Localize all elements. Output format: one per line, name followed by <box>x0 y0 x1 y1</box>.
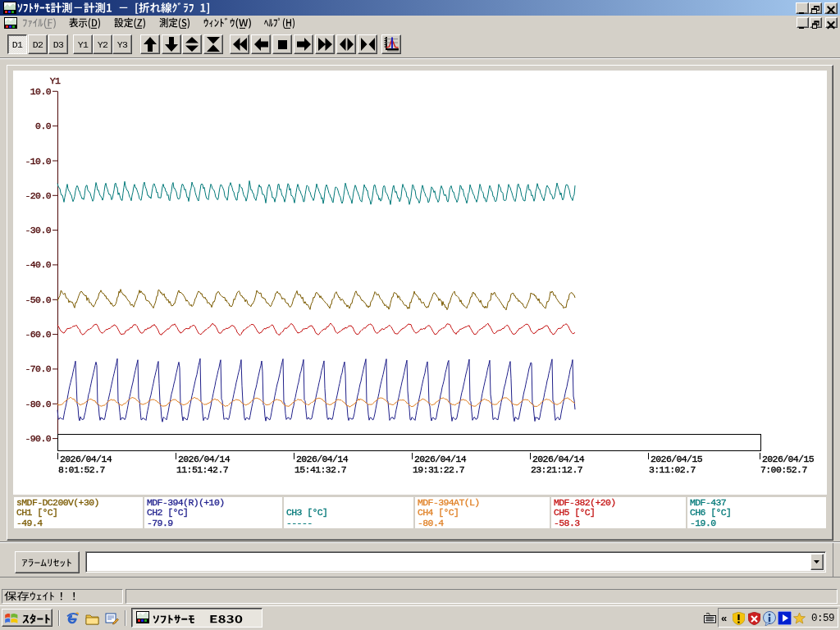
svg-text:11:51:42.7: 11:51:42.7 <box>176 464 228 475</box>
svg-text:2026/04/14: 2026/04/14 <box>296 454 349 464</box>
svg-text:-40.0: -40.0 <box>25 259 51 270</box>
svg-text:-60.0: -60.0 <box>25 329 51 340</box>
svg-text:-10.0: -10.0 <box>25 156 51 167</box>
svg-text:15:41:32.7: 15:41:32.7 <box>294 464 346 475</box>
svg-text:-70.0: -70.0 <box>25 363 51 374</box>
svg-text:0.0: 0.0 <box>35 121 52 131</box>
svg-text:2026/04/14: 2026/04/14 <box>60 454 112 464</box>
svg-text:23:21:12.7: 23:21:12.7 <box>531 464 582 475</box>
svg-text:-90.0: -90.0 <box>25 433 51 444</box>
svg-text:19:31:22.7: 19:31:22.7 <box>413 464 464 475</box>
svg-text:7:00:52.7: 7:00:52.7 <box>760 464 807 475</box>
svg-text:2026/04/14: 2026/04/14 <box>532 454 585 464</box>
svg-text:2026/04/15: 2026/04/15 <box>762 454 815 464</box>
svg-text:-50.0: -50.0 <box>25 294 51 305</box>
svg-text:10.0: 10.0 <box>30 86 52 97</box>
svg-text:3:11:02.7: 3:11:02.7 <box>649 464 696 475</box>
svg-text:-30.0: -30.0 <box>25 225 51 235</box>
svg-text:2026/04/14: 2026/04/14 <box>178 454 231 464</box>
svg-text:-20.0: -20.0 <box>25 190 51 201</box>
svg-text:2026/04/15: 2026/04/15 <box>651 454 703 464</box>
svg-text:-80.0: -80.0 <box>25 399 51 409</box>
svg-text:8:01:52.7: 8:01:52.7 <box>58 464 105 475</box>
svg-text:Y1: Y1 <box>50 75 61 86</box>
svg-text:2026/04/14: 2026/04/14 <box>414 454 467 464</box>
